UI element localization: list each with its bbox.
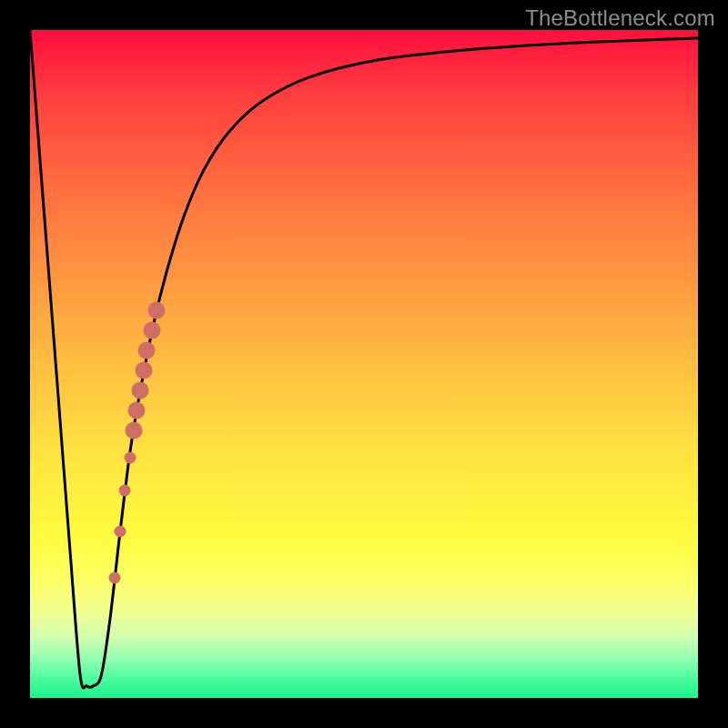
- chart-frame: TheBottleneck.com: [0, 0, 728, 728]
- curve-svg: [30, 30, 698, 698]
- data-marker: [128, 402, 146, 420]
- plot-area: [30, 30, 698, 698]
- data-marker: [135, 362, 152, 379]
- data-marker: [138, 342, 156, 359]
- data-marker: [125, 451, 136, 463]
- data-marker: [125, 422, 142, 440]
- data-marker: [143, 322, 160, 339]
- data-marker: [148, 302, 166, 319]
- bottleneck-curve: [30, 30, 698, 688]
- data-marker: [132, 382, 149, 399]
- watermark-text: TheBottleneck.com: [525, 5, 715, 31]
- data-marker: [119, 485, 131, 497]
- data-marker: [115, 525, 126, 537]
- data-marker: [109, 571, 121, 583]
